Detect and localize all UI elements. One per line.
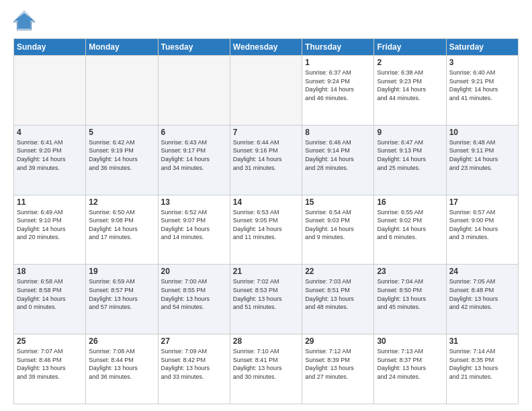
day-info: Sunrise: 7:07 AM Sunset: 8:46 PM Dayligh… bbox=[17, 347, 83, 381]
day-number: 10 bbox=[449, 128, 515, 137]
day-number: 9 bbox=[377, 128, 443, 137]
day-number: 1 bbox=[305, 58, 371, 67]
calendar-week-row: 25Sunrise: 7:07 AM Sunset: 8:46 PM Dayli… bbox=[14, 334, 519, 404]
day-info: Sunrise: 6:53 AM Sunset: 9:05 PM Dayligh… bbox=[233, 208, 299, 242]
day-number: 28 bbox=[233, 336, 299, 346]
calendar-day-cell: 27Sunrise: 7:09 AM Sunset: 8:42 PM Dayli… bbox=[158, 334, 230, 404]
calendar-day-cell: 2Sunrise: 6:38 AM Sunset: 9:23 PM Daylig… bbox=[374, 56, 446, 126]
day-of-week-header: Monday bbox=[86, 39, 158, 56]
day-info: Sunrise: 6:40 AM Sunset: 9:21 PM Dayligh… bbox=[449, 68, 515, 102]
calendar-week-row: 4Sunrise: 6:41 AM Sunset: 9:20 PM Daylig… bbox=[14, 125, 519, 195]
day-number: 11 bbox=[17, 197, 83, 207]
day-number: 17 bbox=[449, 197, 515, 207]
day-number: 23 bbox=[377, 267, 443, 276]
calendar-day-cell: 15Sunrise: 6:54 AM Sunset: 9:03 PM Dayli… bbox=[302, 195, 374, 265]
day-info: Sunrise: 7:04 AM Sunset: 8:50 PM Dayligh… bbox=[377, 277, 443, 311]
calendar-day-cell: 9Sunrise: 6:47 AM Sunset: 9:13 PM Daylig… bbox=[374, 125, 446, 195]
day-of-week-header: Wednesday bbox=[230, 39, 302, 56]
calendar-day-cell: 28Sunrise: 7:10 AM Sunset: 8:41 PM Dayli… bbox=[230, 334, 302, 404]
calendar-day-cell: 17Sunrise: 6:57 AM Sunset: 9:00 PM Dayli… bbox=[446, 195, 518, 265]
day-info: Sunrise: 7:02 AM Sunset: 8:53 PM Dayligh… bbox=[233, 277, 299, 311]
logo-icon bbox=[13, 10, 35, 32]
header bbox=[13, 10, 519, 32]
calendar-day-cell bbox=[14, 56, 86, 126]
calendar-day-cell: 24Sunrise: 7:05 AM Sunset: 8:48 PM Dayli… bbox=[446, 265, 518, 334]
calendar-day-cell: 30Sunrise: 7:13 AM Sunset: 8:37 PM Dayli… bbox=[374, 334, 446, 404]
day-info: Sunrise: 7:12 AM Sunset: 8:39 PM Dayligh… bbox=[305, 347, 371, 381]
day-number: 5 bbox=[89, 128, 154, 137]
day-number: 24 bbox=[449, 267, 515, 276]
day-of-week-header: Friday bbox=[374, 39, 446, 56]
day-info: Sunrise: 6:42 AM Sunset: 9:19 PM Dayligh… bbox=[89, 138, 154, 172]
calendar-day-cell: 25Sunrise: 7:07 AM Sunset: 8:46 PM Dayli… bbox=[14, 334, 86, 404]
day-info: Sunrise: 6:41 AM Sunset: 9:20 PM Dayligh… bbox=[17, 138, 83, 172]
day-number: 13 bbox=[161, 197, 227, 207]
day-info: Sunrise: 6:54 AM Sunset: 9:03 PM Dayligh… bbox=[305, 208, 371, 242]
calendar-day-cell: 12Sunrise: 6:50 AM Sunset: 9:08 PM Dayli… bbox=[86, 195, 158, 265]
day-info: Sunrise: 7:08 AM Sunset: 8:44 PM Dayligh… bbox=[89, 347, 154, 381]
day-number: 27 bbox=[161, 336, 227, 346]
day-info: Sunrise: 7:10 AM Sunset: 8:41 PM Dayligh… bbox=[233, 347, 299, 381]
day-of-week-header: Saturday bbox=[446, 39, 518, 56]
day-number: 14 bbox=[233, 197, 299, 207]
calendar-day-cell: 19Sunrise: 6:59 AM Sunset: 8:57 PM Dayli… bbox=[86, 265, 158, 334]
day-info: Sunrise: 7:09 AM Sunset: 8:42 PM Dayligh… bbox=[161, 347, 227, 381]
day-of-week-header: Tuesday bbox=[158, 39, 230, 56]
calendar-day-cell: 29Sunrise: 7:12 AM Sunset: 8:39 PM Dayli… bbox=[302, 334, 374, 404]
day-number: 4 bbox=[17, 128, 83, 137]
day-of-week-header: Thursday bbox=[302, 39, 374, 56]
day-number: 6 bbox=[161, 128, 227, 137]
day-info: Sunrise: 6:57 AM Sunset: 9:00 PM Dayligh… bbox=[449, 208, 515, 242]
day-number: 26 bbox=[89, 336, 154, 346]
calendar-day-cell: 14Sunrise: 6:53 AM Sunset: 9:05 PM Dayli… bbox=[230, 195, 302, 265]
day-info: Sunrise: 6:38 AM Sunset: 9:23 PM Dayligh… bbox=[377, 68, 443, 102]
day-of-week-header: Sunday bbox=[14, 39, 86, 56]
day-info: Sunrise: 7:05 AM Sunset: 8:48 PM Dayligh… bbox=[449, 277, 515, 311]
day-number: 3 bbox=[449, 58, 515, 67]
calendar-header: SundayMondayTuesdayWednesdayThursdayFrid… bbox=[14, 39, 519, 56]
day-number: 15 bbox=[305, 197, 371, 207]
day-info: Sunrise: 6:48 AM Sunset: 9:11 PM Dayligh… bbox=[449, 138, 515, 172]
day-info: Sunrise: 7:14 AM Sunset: 8:35 PM Dayligh… bbox=[449, 347, 515, 381]
calendar-day-cell: 5Sunrise: 6:42 AM Sunset: 9:19 PM Daylig… bbox=[86, 125, 158, 195]
calendar-day-cell: 26Sunrise: 7:08 AM Sunset: 8:44 PM Dayli… bbox=[86, 334, 158, 404]
calendar-day-cell: 7Sunrise: 6:44 AM Sunset: 9:16 PM Daylig… bbox=[230, 125, 302, 195]
day-number: 12 bbox=[89, 197, 154, 207]
calendar-day-cell: 22Sunrise: 7:03 AM Sunset: 8:51 PM Dayli… bbox=[302, 265, 374, 334]
day-info: Sunrise: 6:47 AM Sunset: 9:13 PM Dayligh… bbox=[377, 138, 443, 172]
day-info: Sunrise: 7:00 AM Sunset: 8:55 PM Dayligh… bbox=[161, 277, 227, 311]
day-number: 22 bbox=[305, 267, 371, 276]
calendar-day-cell: 16Sunrise: 6:55 AM Sunset: 9:02 PM Dayli… bbox=[374, 195, 446, 265]
calendar-day-cell: 23Sunrise: 7:04 AM Sunset: 8:50 PM Dayli… bbox=[374, 265, 446, 334]
day-info: Sunrise: 6:46 AM Sunset: 9:14 PM Dayligh… bbox=[305, 138, 371, 172]
day-number: 2 bbox=[377, 58, 443, 67]
calendar-day-cell: 8Sunrise: 6:46 AM Sunset: 9:14 PM Daylig… bbox=[302, 125, 374, 195]
calendar-day-cell: 31Sunrise: 7:14 AM Sunset: 8:35 PM Dayli… bbox=[446, 334, 518, 404]
day-number: 19 bbox=[89, 267, 154, 276]
calendar-day-cell: 13Sunrise: 6:52 AM Sunset: 9:07 PM Dayli… bbox=[158, 195, 230, 265]
day-info: Sunrise: 6:52 AM Sunset: 9:07 PM Dayligh… bbox=[161, 208, 227, 242]
page: SundayMondayTuesdayWednesdayThursdayFrid… bbox=[0, 0, 532, 411]
calendar-week-row: 1Sunrise: 6:37 AM Sunset: 9:24 PM Daylig… bbox=[14, 56, 519, 126]
day-info: Sunrise: 6:44 AM Sunset: 9:16 PM Dayligh… bbox=[233, 138, 299, 172]
calendar-day-cell: 11Sunrise: 6:49 AM Sunset: 9:10 PM Dayli… bbox=[14, 195, 86, 265]
day-number: 29 bbox=[305, 336, 371, 346]
calendar-body: 1Sunrise: 6:37 AM Sunset: 9:24 PM Daylig… bbox=[14, 56, 519, 404]
calendar-week-row: 11Sunrise: 6:49 AM Sunset: 9:10 PM Dayli… bbox=[14, 195, 519, 265]
calendar-day-cell bbox=[158, 56, 230, 126]
day-info: Sunrise: 6:50 AM Sunset: 9:08 PM Dayligh… bbox=[89, 208, 154, 242]
day-number: 21 bbox=[233, 267, 299, 276]
day-info: Sunrise: 6:59 AM Sunset: 8:57 PM Dayligh… bbox=[89, 277, 154, 311]
day-number: 30 bbox=[377, 336, 443, 346]
day-number: 7 bbox=[233, 128, 299, 137]
calendar-day-cell bbox=[230, 56, 302, 126]
calendar-day-cell: 3Sunrise: 6:40 AM Sunset: 9:21 PM Daylig… bbox=[446, 56, 518, 126]
calendar-day-cell bbox=[86, 56, 158, 126]
calendar-day-cell: 18Sunrise: 6:58 AM Sunset: 8:58 PM Dayli… bbox=[14, 265, 86, 334]
calendar-day-cell: 4Sunrise: 6:41 AM Sunset: 9:20 PM Daylig… bbox=[14, 125, 86, 195]
days-of-week-row: SundayMondayTuesdayWednesdayThursdayFrid… bbox=[14, 39, 519, 56]
day-info: Sunrise: 6:49 AM Sunset: 9:10 PM Dayligh… bbox=[17, 208, 83, 242]
calendar-day-cell: 21Sunrise: 7:02 AM Sunset: 8:53 PM Dayli… bbox=[230, 265, 302, 334]
day-info: Sunrise: 7:13 AM Sunset: 8:37 PM Dayligh… bbox=[377, 347, 443, 381]
day-info: Sunrise: 7:03 AM Sunset: 8:51 PM Dayligh… bbox=[305, 277, 371, 311]
